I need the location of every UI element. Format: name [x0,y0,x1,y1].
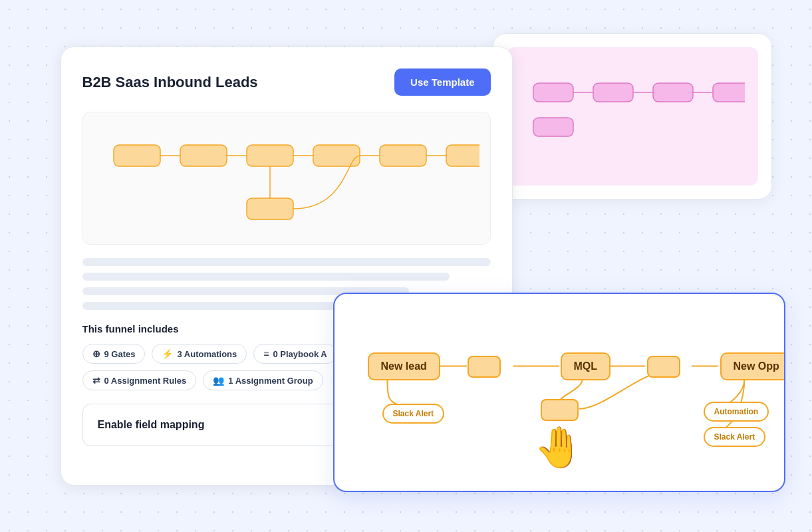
tag-assignment-group-label: 1 Assignment Group [228,376,313,386]
svg-rect-0 [533,83,573,102]
node-mid-2 [647,356,680,378]
tag-automations: ⚡ 3 Automations [152,344,247,364]
svg-rect-8 [114,145,160,166]
card-header: B2B Saas Inbound Leads Use Template [82,68,491,96]
svg-rect-2 [653,83,693,102]
card-title: B2B Saas Inbound Leads [82,74,258,91]
svg-rect-13 [446,145,479,166]
mini-flow-diagram [82,112,491,245]
svg-rect-11 [313,145,360,166]
playbook-icon: ≡ [263,348,269,359]
svg-rect-9 [180,145,227,166]
svg-rect-4 [533,118,573,136]
pink-flow-svg [520,70,745,163]
pink-card-inner [507,47,758,186]
node-new-lead: New lead [368,352,440,380]
assignment-rules-icon: ⇄ [92,375,100,386]
use-template-button[interactable]: Use Template [394,68,490,96]
tag-assignment-group: 👥 1 Assignment Group [203,370,323,390]
node-slack-alert-1: Slack Alert [382,404,445,424]
svg-rect-3 [713,83,745,102]
tag-playbook: ≡ 0 Playbook A [253,344,337,364]
svg-rect-10 [247,145,293,166]
tag-automations-label: 3 Automations [177,349,237,359]
node-new-opp: New Opp [720,352,785,380]
skeleton-line-1 [82,258,491,266]
tag-assignment-rules-label: 0 Assignment Rules [104,376,187,386]
mini-flow-svg [94,118,479,238]
svg-rect-1 [593,83,633,102]
skeleton-line-4 [82,302,368,310]
tag-gates: ⊕ 9 Gates [82,344,146,364]
field-mapping-label: Enable field mapping [98,419,205,431]
pink-card [493,33,772,200]
node-slack-alert-2: Slack Alert [704,427,766,447]
node-mid-1 [468,356,501,378]
svg-rect-14 [247,198,293,219]
assignment-group-icon: 👥 [213,375,224,386]
scene: B2B Saas Inbound Leads Use Template [41,27,772,505]
automations-icon: ⚡ [162,348,173,359]
skeleton-line-2 [82,273,450,281]
node-mql: MQL [561,352,611,380]
tag-playbook-label: 0 Playbook A [273,349,327,359]
detail-card: New lead MQL New Opp Slack Alert Automat… [333,293,785,492]
tag-gates-label: 9 Gates [104,349,136,359]
node-bottom [541,399,579,421]
svg-rect-12 [380,145,426,166]
tag-assignment-rules: ⇄ 0 Assignment Rules [82,370,197,390]
gates-icon: ⊕ [92,348,100,359]
hand-cursor-icon: 🤚 [534,424,584,471]
node-automation: Automation [704,402,769,422]
